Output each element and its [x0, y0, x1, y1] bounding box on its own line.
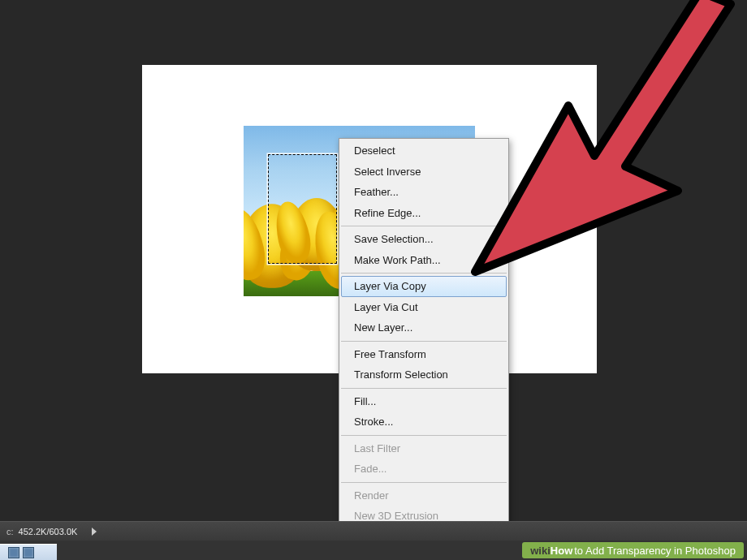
menu-layer-via-copy[interactable]: Layer Via Copy: [341, 276, 507, 297]
menu-transform-selection[interactable]: Transform Selection: [339, 364, 508, 386]
menu-free-transform[interactable]: Free Transform: [339, 344, 508, 365]
menu-refine-edge[interactable]: Refine Edge...: [339, 203, 508, 224]
taskbar-app-icon[interactable]: [23, 547, 34, 558]
photoshop-workspace: DeselectSelect InverseFeather...Refine E…: [0, 0, 747, 519]
menu-make-work-path[interactable]: Make Work Path...: [339, 250, 508, 271]
watermark-title: to Add Transparency in Photoshop: [574, 545, 736, 557]
status-doc-size: 452.2K/603.0K: [19, 527, 78, 536]
status-bar: c: 452.2K/603.0K: [0, 521, 747, 541]
menu-separator: [341, 341, 507, 342]
watermark-bar: wikiHow to Add Transparency in Photoshop: [0, 541, 747, 560]
status-expand-icon[interactable]: [92, 528, 97, 536]
menu-feather[interactable]: Feather...: [339, 182, 508, 203]
watermark-brand: wikiHow: [530, 545, 572, 557]
menu-fade: Fade...: [339, 459, 508, 480]
menu-save-selection[interactable]: Save Selection...: [339, 229, 508, 250]
status-doc-label: c:: [6, 527, 14, 536]
menu-deselect[interactable]: Deselect: [339, 140, 508, 162]
menu-stroke[interactable]: Stroke...: [339, 411, 508, 433]
menu-separator: [341, 273, 507, 274]
menu-new-layer[interactable]: New Layer...: [339, 317, 508, 338]
menu-separator: [341, 435, 507, 436]
menu-layer-via-cut[interactable]: Layer Via Cut: [339, 297, 508, 318]
os-taskbar-fragment: [0, 544, 57, 560]
wikihow-watermark: wikiHow to Add Transparency in Photoshop: [522, 542, 744, 558]
selection-context-menu[interactable]: DeselectSelect InverseFeather...Refine E…: [339, 138, 509, 529]
taskbar-app-icon[interactable]: [8, 547, 19, 558]
menu-last-filter: Last Filter: [339, 438, 508, 459]
menu-select-inverse[interactable]: Select Inverse: [339, 162, 508, 183]
menu-separator: [341, 482, 507, 483]
menu-separator: [341, 226, 507, 226]
menu-fill[interactable]: Fill...: [339, 391, 508, 412]
menu-render: Render: [339, 485, 508, 506]
menu-separator: [341, 388, 507, 389]
